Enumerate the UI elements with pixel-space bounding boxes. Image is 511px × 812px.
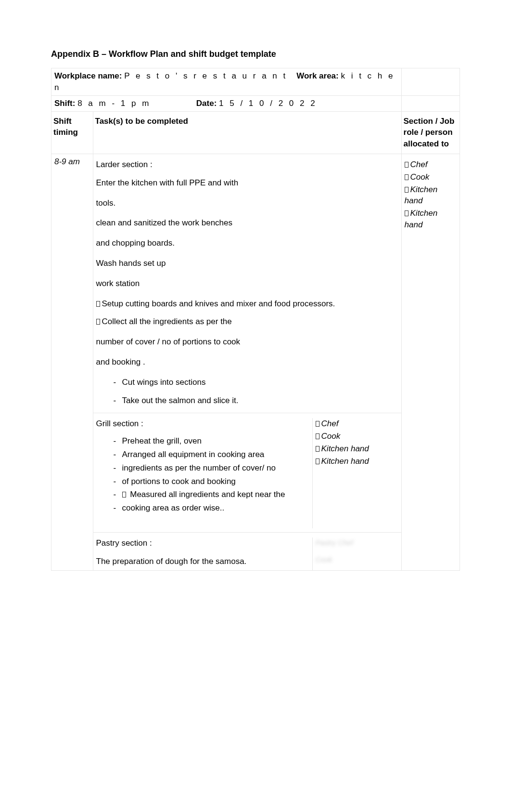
- page-title: Appendix B – Workflow Plan and shift bud…: [51, 48, 460, 60]
- list-item: Arranged all equipment in cooking area: [114, 449, 310, 460]
- checkbox-icon: [405, 210, 409, 216]
- larder-p6: work station: [96, 278, 398, 289]
- checkbox-icon: [316, 433, 319, 439]
- larder-list: Cut wings into sections Take out the sal…: [96, 377, 398, 406]
- checkbox-icon: [122, 492, 126, 498]
- larder-p2: tools.: [96, 197, 398, 209]
- role-item: Kitchen hand: [405, 184, 457, 207]
- shift-cell: Shift: 8 a m - 1 p m Date: 1 5 / 1 0 / 2…: [51, 95, 402, 111]
- role-text: Kitchen hand: [321, 457, 369, 466]
- role-item: Chef: [405, 159, 457, 170]
- larder-p5: Wash hands set up: [96, 258, 398, 269]
- larder-b2: Collect all the ingredients as per the: [96, 316, 398, 327]
- role-text: Kitchen hand: [405, 209, 438, 229]
- col-header-timing: Shift timing: [51, 111, 93, 154]
- workplace-value: P e s t o ' s r e s t a u r a n t: [124, 71, 287, 80]
- pastry-p1: The preparation of dough for the samosa.: [96, 556, 310, 567]
- checkbox-icon: [316, 421, 319, 427]
- col-header-tasks: Task(s) to be completed: [93, 111, 401, 154]
- workplace-cell: Workplace name: P e s t o ' s r e s t a …: [51, 68, 402, 96]
- role-item: Kitchen hand: [316, 456, 401, 467]
- grill-heading: Grill section :: [96, 418, 310, 430]
- role-text: Cook: [321, 432, 341, 441]
- role-item: Chef: [316, 418, 401, 430]
- list-item: of portions to cook and booking: [114, 476, 310, 487]
- checkbox-icon: [316, 446, 319, 452]
- tasks-cell: Larder section : Enter the kitchen with …: [93, 154, 401, 570]
- larder-b2-text: Collect all the ingredients as per the: [102, 317, 232, 326]
- role-text: Chef: [410, 160, 428, 169]
- grill-li5-text: Measured all ingredients and kept near t…: [128, 490, 285, 499]
- list-item: Cut wings into sections: [114, 377, 398, 388]
- role-item: Cook: [405, 171, 457, 183]
- role-item: Kitchen hand: [316, 443, 401, 455]
- role-text: Kitchen hand: [405, 185, 438, 206]
- timing-cell: 8-9 am: [51, 154, 93, 570]
- larder-p4: and chopping boards.: [96, 237, 398, 249]
- list-item: Preheat the grill, oven: [114, 435, 310, 447]
- checkbox-icon: [316, 458, 319, 464]
- checkbox-icon: [96, 319, 100, 325]
- checkbox-icon: [405, 187, 409, 193]
- role-item: Kitchen hand: [405, 208, 457, 231]
- shift-label: Shift:: [54, 99, 75, 108]
- pastry-heading: Pastry section :: [96, 537, 310, 549]
- larder-b1-text: Setup cutting boards and knives and mixe…: [102, 299, 335, 308]
- col-header-roles: Section / Job role / person allocated to: [401, 111, 460, 154]
- roles-cell: Chef Cook Kitchen hand Kitchen hand: [401, 154, 460, 570]
- larder-b1: Setup cutting boards and knives and mixe…: [96, 298, 398, 310]
- pastry-block: Pastry section : The preparation of doug…: [93, 532, 401, 570]
- role-text: Kitchen hand: [321, 444, 369, 453]
- list-item: ingredients as per the number of cover/ …: [114, 462, 310, 474]
- checkbox-icon: [405, 174, 409, 180]
- list-item: Take out the salmon and slice it.: [114, 395, 398, 406]
- larder-p8: and booking .: [96, 356, 398, 368]
- shift-value: 8 a m - 1 p m: [77, 99, 151, 108]
- larder-p1: Enter the kitchen with full PPE and with: [96, 177, 398, 189]
- role-text: Chef: [321, 419, 339, 428]
- workarea-label: Work area:: [296, 71, 339, 80]
- grill-list: Preheat the grill, oven Arranged all equ…: [96, 435, 310, 514]
- role-item: Cook: [316, 431, 401, 442]
- date-right-cell: [401, 95, 460, 111]
- list-item: Measured all ingredients and kept near t…: [114, 489, 310, 500]
- blurred-role: Pastry Chef: [316, 537, 401, 548]
- date-label: Date:: [196, 99, 217, 108]
- grill-block: Grill section : Preheat the grill, oven …: [93, 413, 401, 528]
- workflow-table: Workplace name: P e s t o ' s r e s t a …: [51, 68, 460, 570]
- blurred-role: Cook: [316, 554, 401, 564]
- role-text: Cook: [410, 172, 430, 182]
- list-item: cooking area as order wise..: [114, 502, 310, 514]
- workarea-right-cell: [401, 68, 460, 96]
- checkbox-icon: [96, 301, 100, 307]
- checkbox-icon: [405, 162, 409, 168]
- larder-p3: clean and sanitized the work benches: [96, 217, 398, 229]
- workplace-label: Workplace name:: [54, 71, 122, 80]
- larder-heading: Larder section :: [96, 159, 398, 170]
- larder-p7: number of cover / no of portions to cook: [96, 336, 398, 348]
- date-value: 1 5 / 1 0 / 2 0 2 2: [219, 99, 317, 108]
